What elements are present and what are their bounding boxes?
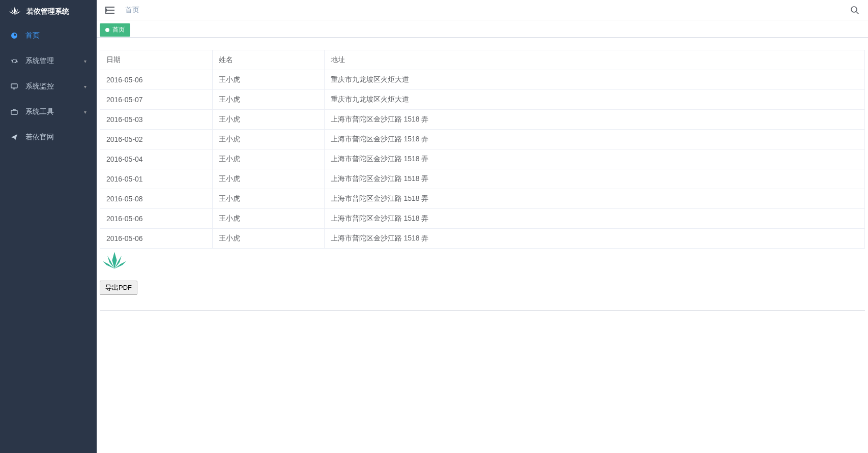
sidebar-item-3[interactable]: 系统工具▾	[0, 99, 97, 125]
app-title: 若依管理系统	[26, 7, 69, 16]
sidebar-item-2[interactable]: 系统监控▾	[0, 74, 97, 99]
gear-icon	[10, 57, 18, 65]
cell-date: 2016-05-01	[100, 169, 212, 189]
table-row[interactable]: 2016-05-06王小虎上海市普陀区金沙江路 1518 弄	[100, 209, 864, 229]
top-header: 首页	[97, 0, 868, 20]
cell-name: 王小虎	[212, 130, 324, 149]
cell-address: 上海市普陀区金沙江路 1518 弄	[324, 149, 864, 169]
cell-address: 重庆市九龙坡区火炬大道	[324, 70, 864, 90]
dashboard-icon	[10, 32, 18, 40]
sidebar-item-label: 若依官网	[25, 133, 86, 142]
breadcrumb: 首页	[125, 6, 139, 15]
tab-label: 首页	[112, 25, 125, 34]
cell-name: 王小虎	[212, 209, 324, 229]
cell-name: 王小虎	[212, 169, 324, 189]
cell-name: 王小虎	[212, 70, 324, 90]
table-row[interactable]: 2016-05-06王小虎上海市普陀区金沙江路 1518 弄	[100, 229, 864, 249]
table-row[interactable]: 2016-05-01王小虎上海市普陀区金沙江路 1518 弄	[100, 169, 864, 189]
sidebar-item-label: 系统监控	[25, 82, 84, 91]
sidebar-item-label: 首页	[25, 31, 86, 40]
chevron-down-icon: ▾	[84, 58, 86, 64]
table-row[interactable]: 2016-05-03王小虎上海市普陀区金沙江路 1518 弄	[100, 110, 864, 130]
leaf-icon	[9, 6, 26, 17]
paper-plane-icon	[10, 133, 18, 141]
svg-line-4	[856, 12, 859, 14]
cell-date: 2016-05-04	[100, 149, 212, 169]
col-header-name: 姓名	[212, 50, 324, 70]
table-row[interactable]: 2016-05-06王小虎重庆市九龙坡区火炬大道	[100, 70, 864, 90]
cell-date: 2016-05-06	[100, 229, 212, 249]
svg-point-3	[851, 7, 857, 12]
toolbox-icon	[10, 108, 18, 116]
cell-date: 2016-05-06	[100, 209, 212, 229]
tab-0[interactable]: 首页	[100, 23, 130, 37]
monitor-icon	[10, 82, 18, 90]
col-header-address: 地址	[324, 50, 864, 70]
cell-address: 上海市普陀区金沙江路 1518 弄	[324, 169, 864, 189]
cell-address: 上海市普陀区金沙江路 1518 弄	[324, 209, 864, 229]
table-row[interactable]: 2016-05-08王小虎上海市普陀区金沙江路 1518 弄	[100, 189, 864, 209]
cell-date: 2016-05-08	[100, 189, 212, 209]
table-row[interactable]: 2016-05-02王小虎上海市普陀区金沙江路 1518 弄	[100, 130, 864, 149]
hamburger-icon[interactable]	[105, 5, 115, 15]
cell-name: 王小虎	[212, 189, 324, 209]
cell-date: 2016-05-03	[100, 110, 212, 130]
cell-address: 上海市普陀区金沙江路 1518 弄	[324, 130, 864, 149]
cell-address: 重庆市九龙坡区火炬大道	[324, 90, 864, 110]
cell-address: 上海市普陀区金沙江路 1518 弄	[324, 229, 864, 249]
search-icon[interactable]	[850, 5, 860, 15]
divider	[100, 310, 865, 311]
cell-date: 2016-05-02	[100, 130, 212, 149]
sidebar-item-1[interactable]: 系统管理▾	[0, 48, 97, 74]
app-logo[interactable]: 若依管理系统	[0, 0, 97, 23]
cell-name: 王小虎	[212, 90, 324, 110]
export-pdf-button[interactable]: 导出PDF	[100, 281, 137, 295]
data-table: 日期姓名地址 2016-05-06王小虎重庆市九龙坡区火炬大道2016-05-0…	[100, 50, 865, 249]
cell-date: 2016-05-07	[100, 90, 212, 110]
cell-name: 王小虎	[212, 229, 324, 249]
cell-name: 王小虎	[212, 149, 324, 169]
cell-address: 上海市普陀区金沙江路 1518 弄	[324, 110, 864, 130]
cell-address: 上海市普陀区金沙江路 1518 弄	[324, 189, 864, 209]
page-content: 日期姓名地址 2016-05-06王小虎重庆市九龙坡区火炬大道2016-05-0…	[97, 38, 868, 453]
sidebar-item-0[interactable]: 首页	[0, 23, 97, 48]
table-row[interactable]: 2016-05-04王小虎上海市普陀区金沙江路 1518 弄	[100, 149, 864, 169]
svg-rect-2	[11, 110, 17, 114]
sidebar-item-label: 系统工具	[25, 107, 84, 116]
tabs-bar: 首页	[97, 20, 868, 38]
chevron-down-icon: ▾	[84, 109, 86, 115]
chevron-down-icon: ▾	[84, 84, 86, 89]
cell-name: 王小虎	[212, 110, 324, 130]
leaf-icon	[103, 252, 865, 270]
col-header-date: 日期	[100, 50, 212, 70]
svg-rect-0	[11, 84, 17, 88]
table-row[interactable]: 2016-05-07王小虎重庆市九龙坡区火炬大道	[100, 90, 864, 110]
sidebar: 若依管理系统 首页系统管理▾系统监控▾系统工具▾若依官网	[0, 0, 97, 453]
sidebar-item-label: 系统管理	[25, 56, 84, 66]
cell-date: 2016-05-06	[100, 70, 212, 90]
sidebar-item-4[interactable]: 若依官网	[0, 125, 97, 150]
